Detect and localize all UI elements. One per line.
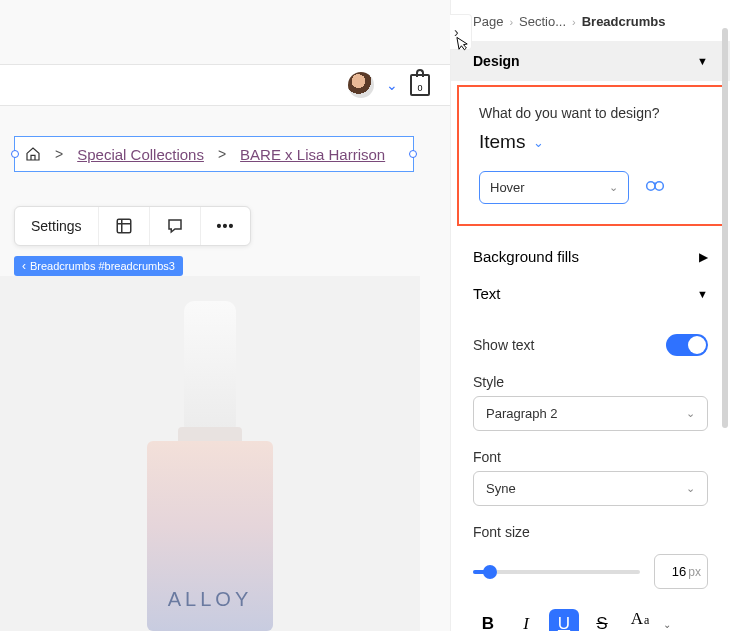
underline-button[interactable]: U [549,609,579,631]
background-fills-header[interactable]: Background fills ▶ [451,234,730,279]
product-bottle: ALLOY [145,301,275,631]
design-panel: Page › Sectio... › Breadcrumbs Design ▼ … [450,0,730,631]
chevron-right-icon: › [572,16,576,28]
fontsize-input[interactable]: 16px [654,554,708,589]
chevron-down-icon[interactable]: ⌄ [386,77,398,93]
site-header: ⌄ 0 [0,64,450,106]
text-section-header[interactable]: Text ▼ [451,279,730,316]
resize-handle-right[interactable] [409,150,417,158]
panel-bc-page[interactable]: Page [473,14,503,29]
chevron-right-icon: › [509,16,513,28]
svg-rect-0 [117,219,131,233]
sync-states-icon[interactable] [645,178,665,198]
breadcrumb-separator: > [55,146,63,162]
strikethrough-button[interactable]: S [587,609,617,631]
panel-breadcrumb: Page › Sectio... › Breadcrumbs [451,0,730,41]
bold-button[interactable]: B [473,609,503,631]
design-target-dropdown[interactable]: Items ⌄ [479,131,702,153]
canvas: ⌄ 0 > Special Collections > BARE x Lisa … [0,0,450,631]
scrollbar[interactable] [722,28,728,428]
floating-toolbar: Settings ••• [14,206,251,246]
slider-thumb[interactable] [483,565,497,579]
show-text-toggle[interactable] [666,334,708,356]
shopping-bag-icon[interactable]: 0 [410,74,430,96]
product-brand: ALLOY [147,588,273,611]
design-question: What do you want to design? [479,105,702,121]
settings-button[interactable]: Settings [15,207,99,245]
design-section-header[interactable]: Design ▼ [451,41,730,81]
more-button[interactable]: ••• [201,207,251,245]
chevron-right-icon: ▶ [699,250,708,264]
font-label: Font [473,449,708,465]
text-format-row: B I U S Aa ⌄ [451,595,730,631]
panel-bc-current: Breadcrumbs [582,14,666,29]
product-image: ALLOY [0,276,420,631]
show-text-label: Show text [473,337,534,353]
layout-icon[interactable] [99,207,150,245]
chevron-down-icon: ⌄ [686,407,695,420]
design-highlight-box: What do you want to design? Items ⌄ Hove… [457,85,724,226]
avatar[interactable] [348,72,374,98]
chevron-down-icon[interactable]: ⌄ [663,619,671,630]
comment-icon[interactable] [150,207,201,245]
text-case-button[interactable]: Aa [625,609,655,631]
chevron-down-icon: ▼ [697,55,708,67]
breadcrumb-separator: > [218,146,226,162]
selection-tag[interactable]: Breadcrumbs #breadcrumbs3 [14,256,183,276]
chevron-down-icon: ▼ [697,288,708,300]
font-select[interactable]: Syne ⌄ [473,471,708,506]
breadcrumb-item-2[interactable]: BARE x Lisa Harrison [240,146,385,163]
bag-count: 0 [417,83,422,93]
style-label: Style [473,374,708,390]
breadcrumb-element-selected[interactable]: > Special Collections > BARE x Lisa Harr… [14,136,414,172]
home-icon[interactable] [25,146,41,162]
chevron-down-icon: ⌄ [533,135,544,150]
pointer-cursor-icon [452,33,474,60]
chevron-down-icon: ⌄ [609,181,618,194]
fontsize-slider[interactable] [473,570,640,574]
italic-button[interactable]: I [511,609,541,631]
style-select[interactable]: Paragraph 2 ⌄ [473,396,708,431]
state-select[interactable]: Hover ⌄ [479,171,629,204]
fontsize-label: Font size [473,524,708,540]
breadcrumb-item-1[interactable]: Special Collections [77,146,204,163]
chevron-down-icon: ⌄ [686,482,695,495]
panel-bc-section[interactable]: Sectio... [519,14,566,29]
resize-handle-left[interactable] [11,150,19,158]
